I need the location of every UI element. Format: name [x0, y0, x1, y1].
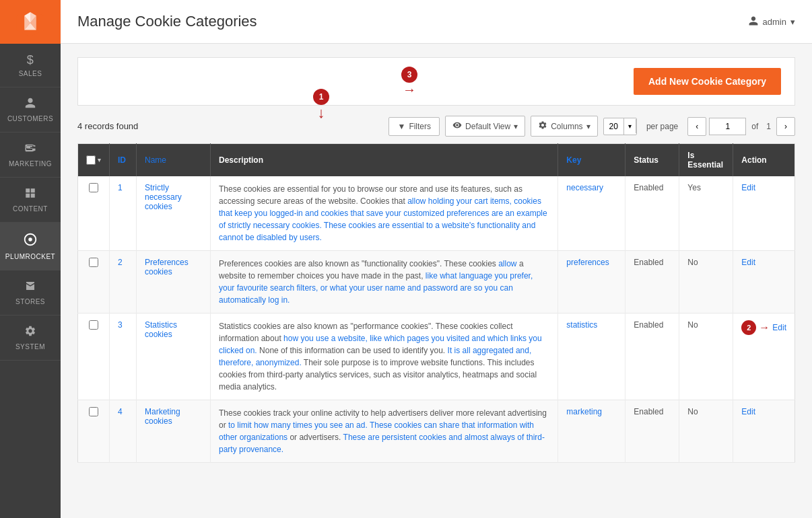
- sidebar-item-content[interactable]: CONTENT: [0, 178, 61, 223]
- user-icon: [748, 15, 759, 28]
- row-checkbox[interactable]: [89, 258, 98, 267]
- main-area: Manage Cookie Categories admin ▾ 3 → Add…: [61, 0, 812, 518]
- row-edit-link[interactable]: Edit: [772, 323, 786, 332]
- row-name-link[interactable]: Strictly necessary cookies: [145, 183, 182, 211]
- row-status: Enabled: [634, 258, 663, 267]
- eye-icon: [452, 120, 462, 132]
- per-page-selector[interactable]: 20 ▾: [603, 118, 637, 135]
- pagination: ‹ of 1 ›: [687, 117, 795, 136]
- add-new-cookie-category-button[interactable]: Add New Cookie Category: [634, 68, 781, 95]
- chevron-down-icon: ▾: [790, 17, 795, 27]
- table-header-description: Description: [211, 144, 558, 177]
- table-row: 2 Preferences cookies Preferences cookie…: [78, 251, 795, 313]
- top-bar: 3 → Add New Cookie Category: [77, 57, 795, 106]
- marketing-icon: [24, 142, 36, 157]
- sidebar-logo: [0, 0, 61, 44]
- system-icon: [24, 325, 36, 340]
- row-name-link[interactable]: Preferences cookies: [145, 258, 189, 276]
- row-name-link[interactable]: Marketing cookies: [145, 407, 180, 426]
- svg-rect-6: [26, 188, 30, 192]
- default-view-label: Default View: [465, 122, 510, 131]
- sidebar-item-label: SALES: [19, 70, 42, 77]
- table-header-key: Key: [558, 144, 625, 177]
- row-edit-link[interactable]: Edit: [741, 407, 755, 416]
- row-id-link[interactable]: 1: [118, 183, 123, 192]
- toolbar: 4 records found ▼ Filters Default View ▾: [77, 116, 795, 137]
- row-is-essential: Yes: [687, 183, 701, 192]
- row-checkbox[interactable]: [89, 320, 98, 330]
- per-page-dropdown-arrow[interactable]: ▾: [624, 119, 636, 133]
- row-status: Enabled: [634, 407, 663, 416]
- of-label: of: [751, 122, 758, 131]
- row-description: Preferences cookies are also known as "f…: [219, 259, 533, 305]
- per-page-value: 20: [604, 118, 624, 135]
- filters-label: Filters: [409, 122, 431, 131]
- sidebar-item-customers[interactable]: CUSTOMERS: [0, 87, 61, 133]
- table-header-id: ID: [110, 144, 137, 177]
- row-checkbox[interactable]: [89, 407, 98, 416]
- step2-badge: 2: [741, 320, 756, 335]
- row-name-link[interactable]: Statistics cookies: [145, 320, 177, 339]
- table-header-row: ▾ ID Name Description Key Status Is Esse…: [78, 144, 795, 177]
- table-header-status: Status: [625, 144, 679, 177]
- svg-rect-8: [26, 194, 30, 198]
- row-is-essential: No: [687, 320, 698, 330]
- row-checkbox[interactable]: [89, 183, 98, 192]
- sales-icon: $: [27, 53, 34, 67]
- sidebar-item-sales[interactable]: $ SALES: [0, 44, 61, 87]
- columns-button[interactable]: Columns ▾: [531, 116, 597, 137]
- row-id-link[interactable]: 3: [118, 320, 123, 330]
- row-status: Enabled: [634, 320, 663, 330]
- row-key-link[interactable]: preferences: [566, 258, 609, 267]
- svg-rect-9: [31, 194, 35, 198]
- header: Manage Cookie Categories admin ▾: [61, 0, 812, 44]
- row-edit-link[interactable]: Edit: [741, 183, 755, 192]
- step2-arrow-icon: →: [759, 322, 770, 334]
- row-id-link[interactable]: 2: [118, 258, 123, 267]
- table-header-check: ▾: [78, 144, 110, 177]
- filter-icon: ▼: [397, 122, 405, 131]
- row-id-link[interactable]: 4: [118, 407, 123, 416]
- row-is-essential: No: [687, 407, 698, 416]
- row-key-link[interactable]: statistics: [566, 320, 597, 330]
- customers-icon: [24, 97, 36, 112]
- svg-point-10: [28, 237, 32, 242]
- page-number-input[interactable]: [709, 118, 746, 135]
- page-title: Manage Cookie Categories: [77, 13, 257, 30]
- toolbar-wrapper: 1 ↓ 4 records found ▼ Filters Default Vi…: [77, 116, 795, 137]
- table-header-action: Action: [733, 144, 795, 177]
- filters-button[interactable]: ▼ Filters: [388, 117, 440, 136]
- records-found: 4 records found: [77, 121, 138, 131]
- per-page-label: per page: [646, 122, 678, 131]
- row-description: These cookies are essential for you to b…: [219, 184, 547, 242]
- content-area: 3 → Add New Cookie Category 1 ↓ 4 record…: [61, 44, 812, 518]
- select-all-checkbox[interactable]: [86, 155, 96, 165]
- row-key-link[interactable]: necessary: [566, 183, 603, 192]
- table-row: 3 Statistics cookies Statistics cookies …: [78, 313, 795, 400]
- admin-label: admin: [763, 17, 786, 27]
- table-header-name: Name: [137, 144, 211, 177]
- admin-user-menu[interactable]: admin ▾: [748, 15, 795, 28]
- default-view-button[interactable]: Default View ▾: [445, 116, 525, 137]
- sidebar-item-stores[interactable]: STORES: [0, 270, 61, 316]
- row-edit-link[interactable]: Edit: [741, 258, 755, 267]
- sidebar-item-label: MARKETING: [9, 160, 52, 168]
- pagination-next-button[interactable]: ›: [776, 117, 795, 136]
- step3-arrow-icon: →: [403, 83, 416, 96]
- step2-annotation: 2 → Edit: [741, 320, 786, 335]
- sidebar-item-label: PLUMROCKET: [5, 253, 55, 260]
- row-key-link[interactable]: marketing: [566, 407, 602, 416]
- pagination-prev-button[interactable]: ‹: [687, 117, 706, 136]
- header-check-dropdown-icon[interactable]: ▾: [98, 157, 101, 163]
- sidebar-item-label: CONTENT: [13, 205, 48, 213]
- row-is-essential: No: [687, 258, 698, 267]
- step3-badge: 3: [401, 67, 417, 83]
- toolbar-right: ▼ Filters Default View ▾ C: [388, 116, 795, 137]
- page-total: 1: [766, 122, 771, 131]
- sidebar-item-marketing[interactable]: MARKETING: [0, 133, 61, 178]
- row-description: These cookies track your online activity…: [219, 408, 547, 454]
- table-row: 1 Strictly necessary cookies These cooki…: [78, 176, 795, 251]
- sidebar-item-system[interactable]: SYSTEM: [0, 316, 61, 361]
- gear-icon: [538, 120, 547, 132]
- sidebar-item-plumrocket[interactable]: PLUMROCKET: [0, 223, 61, 270]
